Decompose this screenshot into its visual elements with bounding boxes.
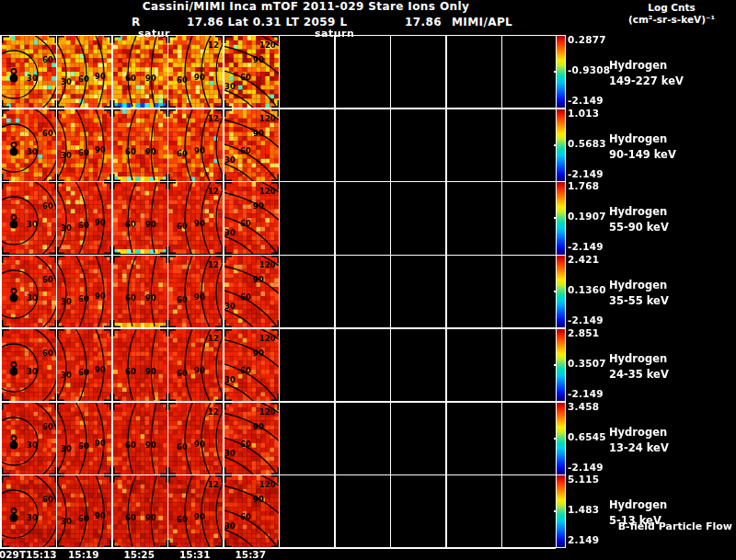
- contour-angle-label: 30: [224, 302, 236, 311]
- energy-range-label: 35-55 keV: [609, 293, 669, 309]
- contour-angle-label: 90: [145, 513, 156, 522]
- contour-line: [128, 329, 136, 400]
- spacecraft-marker-icon: [9, 514, 17, 522]
- empty-panel: [391, 36, 445, 108]
- contour-angle-label: 60: [42, 55, 53, 64]
- contour-angle-label: 30: [27, 74, 38, 83]
- sky-map-panel: 306090: [57, 109, 111, 181]
- contour-angle-label: 12: [208, 334, 219, 343]
- sky-map-panel: 3060: [2, 403, 56, 474]
- sky-map-panel: 609012: [168, 329, 223, 401]
- sky-map-panel: 306090120: [224, 403, 279, 474]
- contour-angle-label: 90: [95, 511, 106, 520]
- spacecraft-marker-ring-icon: [11, 289, 16, 293]
- contour-overlay: 306090: [57, 475, 111, 547]
- sky-map-panel: 306090120: [224, 329, 279, 401]
- contour-line: [2, 256, 56, 327]
- contour-line: [2, 403, 56, 474]
- sky-map-panel: 306090120: [224, 256, 279, 327]
- contour-overlay: 306090: [57, 256, 111, 327]
- empty-panel: [280, 329, 334, 401]
- contour-angle-label: 60: [78, 514, 89, 523]
- contour-line: [128, 256, 136, 326]
- colorbar-mid-label: -0.9308: [568, 64, 610, 75]
- species-label: Hydrogen: [609, 58, 667, 74]
- sky-map-panel: 3060: [2, 109, 56, 181]
- contour-angle-label: 30: [27, 147, 38, 156]
- contour-angle-label: 30: [224, 228, 236, 237]
- colorbar: [556, 35, 566, 109]
- colorbar-max-label: 2.851: [568, 327, 599, 338]
- empty-panel: [447, 36, 501, 108]
- contour-angle-label: 90: [253, 349, 264, 358]
- sky-map-panel: 306090: [57, 36, 111, 108]
- contour-overlay: 609012: [168, 329, 223, 401]
- sky-map-panel: 306090: [57, 256, 111, 327]
- energy-range-label: 149-227 keV: [609, 74, 684, 89]
- contour-overlay: 306090: [57, 36, 111, 108]
- contour-angle-label: 90: [95, 72, 106, 81]
- empty-panel: [447, 475, 501, 547]
- contour-line: [2, 329, 56, 401]
- contour-line: [151, 329, 156, 400]
- contour-line: [57, 403, 66, 474]
- contour-angle-label: 60: [78, 74, 89, 84]
- species-label: Hydrogen: [609, 278, 667, 293]
- empty-panel: [336, 256, 390, 327]
- contour-overlay: 3060: [2, 329, 56, 401]
- contour-overlay: 6090: [113, 403, 167, 474]
- colorbar: [556, 109, 566, 182]
- contour-line: [2, 109, 56, 181]
- contour-angle-label: 12: [208, 480, 219, 489]
- contour-angle-label: 30: [61, 297, 72, 306]
- contour-angle-label: 60: [177, 442, 188, 451]
- sky-map-panel: 306090120: [224, 36, 279, 108]
- sky-map-panel: 306090: [57, 403, 111, 474]
- contour-angle-label: 30: [61, 151, 72, 160]
- contour-angle-label: 120: [259, 407, 276, 417]
- contour-line: [224, 264, 279, 327]
- contour-line: [224, 411, 279, 474]
- contour-line: [57, 256, 66, 327]
- colorbar-mid-label: 0.3507: [568, 358, 606, 369]
- contour-angle-label: 120: [259, 480, 276, 489]
- contour-overlay: 609012: [168, 109, 223, 181]
- contour-overlay: 609012: [168, 36, 223, 108]
- contour-angle-label: 60: [240, 146, 251, 155]
- contour-angle-label: 30: [224, 449, 236, 458]
- empty-panel: [502, 329, 557, 401]
- empty-panel: [280, 403, 334, 474]
- colorbar-mid-label: 1.483: [568, 504, 599, 515]
- empty-panel: [280, 256, 334, 327]
- contour-overlay: 306090120: [224, 329, 279, 401]
- colorbar-max-label: 3.458: [568, 401, 599, 412]
- empty-panel: [336, 475, 390, 547]
- contour-overlay: 609012: [168, 475, 223, 547]
- colorbar-mid-label: 0.1360: [568, 284, 606, 295]
- colorbar-min-label: -2.149: [568, 388, 604, 399]
- species-label: Hydrogen: [609, 204, 667, 220]
- contour-angle-label: 60: [177, 295, 188, 304]
- sky-map-panel: 306090: [57, 182, 111, 254]
- time-axis-label: 15:19: [68, 549, 98, 560]
- contour-angle-label: 120: [259, 260, 276, 269]
- contour-angle-label: 90: [145, 440, 156, 450]
- contour-overlay: 3060: [2, 36, 56, 108]
- corner-tick-marks: [113, 36, 167, 108]
- empty-panel: [502, 256, 557, 327]
- empty-panel: [280, 36, 334, 108]
- sky-map-panel: 609012: [168, 475, 223, 547]
- contour-angle-label: 120: [259, 187, 276, 196]
- sky-map-panel: 3060: [2, 36, 56, 108]
- sky-map-panel: 609012: [168, 109, 223, 181]
- colorbar-min-label: 2.149: [568, 534, 599, 545]
- contour-angle-label: 90: [145, 293, 156, 303]
- contour-angle-label: 60: [177, 222, 188, 231]
- contour-line: [2, 475, 56, 547]
- contour-angle-label: 90: [95, 365, 106, 374]
- contour-angle-label: 60: [240, 366, 251, 375]
- contour-angle-label: 12: [208, 260, 219, 269]
- colorbar-min-label: -2.149: [568, 168, 604, 179]
- sky-map-panel: 609012: [168, 256, 223, 327]
- empty-panel: [391, 109, 445, 181]
